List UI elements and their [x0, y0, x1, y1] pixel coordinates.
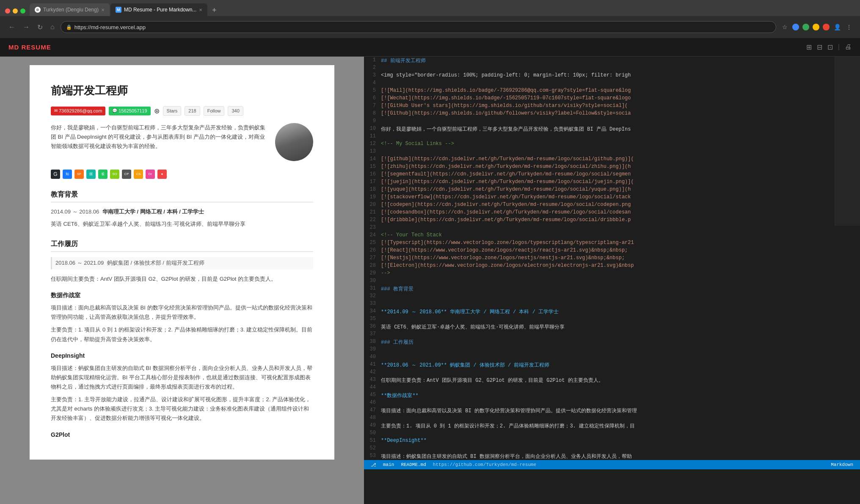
- forward-button[interactable]: →: [21, 22, 31, 33]
- badge-follow-count: 340: [228, 106, 243, 116]
- project1-desc1: 项目描述：面向总裁和高管以及决策 BI 的数字化经营决策和管理协同产品。提供一站…: [51, 303, 313, 322]
- layout-icon-2[interactable]: ⊟: [817, 43, 822, 51]
- work-desc: 任职期间主要负责：AntV 团队开源项目 G2、G2Plot 的研发，目前是 G…: [51, 274, 313, 284]
- back-button[interactable]: ←: [7, 22, 17, 33]
- line-number-24: 24: [364, 232, 381, 239]
- line-content-23: [381, 224, 860, 232]
- code-line-37: 37: [364, 331, 860, 338]
- education-title: 教育背景: [51, 189, 313, 203]
- project2-desc1: 项目描述：蚂蚁集团自主研发的自助式 BI 数据洞察分析平台，面向企业分析人员、业…: [51, 364, 313, 392]
- tab-github[interactable]: ⊛ Turkyden (Dengiu Deng) ✕: [30, 3, 110, 16]
- line-content-38: ### 工作履历: [381, 338, 860, 346]
- line-number-17: 17: [364, 178, 381, 186]
- status-file: README.md: [401, 462, 426, 467]
- social-segfault-icon[interactable]: SF: [74, 170, 84, 179]
- line-number-41: 41: [364, 361, 381, 369]
- line-number-19: 19: [364, 194, 381, 201]
- line-number-10: 10: [364, 125, 381, 133]
- badge-github-icon: ⊛: [154, 106, 160, 117]
- line-number-25: 25: [364, 239, 381, 247]
- line-content-8: [![Github](https://img.shields.io/github…: [381, 110, 860, 118]
- badge-row: ✉ 736929286@qq.com 💬 15625057119 ⊛ Stars…: [51, 106, 313, 117]
- work-company: 蚂蚁集团 / 体验技术部 / 前端开发工程师: [107, 260, 204, 266]
- home-button[interactable]: ⌂: [49, 22, 56, 33]
- extension-icon-3[interactable]: [813, 24, 819, 30]
- extension-icon-1[interactable]: [792, 24, 799, 30]
- status-language: Markdown: [831, 462, 853, 467]
- profile-icon[interactable]: 👤: [833, 23, 841, 31]
- maximize-button[interactable]: [20, 8, 25, 14]
- code-line-33: 33: [364, 300, 860, 308]
- line-number-22: 22: [364, 216, 381, 224]
- line-content-52: [381, 445, 860, 452]
- layout-icon-1[interactable]: ⊞: [806, 43, 812, 51]
- tab-close-md[interactable]: ✕: [199, 8, 202, 12]
- code-line-46: 46: [364, 399, 860, 407]
- reload-button[interactable]: ↻: [36, 22, 44, 33]
- bookmark-star-icon[interactable]: ☆: [780, 23, 789, 31]
- code-line-49: 49主要负责：1. 项目从 0 到 1 的框架设计和开发；2. 产品体验精雕细琢…: [364, 422, 860, 430]
- line-number-20: 20: [364, 201, 381, 209]
- profile-avatar: [275, 123, 313, 161]
- code-line-8: 8[![Github](https://img.shields.io/githu…: [364, 110, 860, 118]
- line-number-8: 8: [364, 110, 381, 118]
- social-stackoverflow-icon[interactable]: SO: [110, 170, 119, 179]
- code-lines: 1## 前端开发工程师23<img style="border-radius: …: [364, 57, 860, 460]
- line-content-53: 项目描述：蚂蚁集团自主研发的自助式 BI 数据洞察分析平台，面向企业分析人员、业…: [381, 452, 860, 460]
- code-line-5: 5[![Mail](https://img.shields.io/badge/-…: [364, 87, 860, 95]
- extension-icon-4[interactable]: [823, 24, 830, 30]
- social-juejin-icon[interactable]: 掘: [86, 170, 96, 179]
- social-codepen-icon[interactable]: CP: [122, 170, 131, 179]
- line-content-10: 你好，我是廖晓娟，一个自驱型前端工程师，三年多大型复杂产品开发经验，负责蚂蚁集团…: [381, 125, 860, 133]
- social-extra-icon[interactable]: ●: [157, 170, 167, 179]
- code-line-38: 38### 工作履历: [364, 338, 860, 346]
- code-line-42: 42: [364, 369, 860, 376]
- line-number-31: 31: [364, 285, 381, 293]
- resume-title: 前端开发工程师: [51, 82, 313, 100]
- line-number-36: 36: [364, 323, 381, 331]
- social-zhihu-icon[interactable]: 知: [63, 170, 72, 179]
- code-line-16: 16[![segmentfault](https://cdn.jsdelivr.…: [364, 171, 860, 178]
- tab-close-github[interactable]: ✕: [101, 8, 105, 12]
- layout-icon-3[interactable]: ⊡: [827, 43, 833, 51]
- line-number-45: 45: [364, 392, 381, 399]
- line-number-51: 51: [364, 437, 381, 445]
- skills-text: 英语 CET6、蚂蚁近卫军·卓越个人奖、前端练习生·可视化讲师、前端早早聊分享: [51, 220, 313, 229]
- print-icon[interactable]: 🖨: [845, 43, 852, 51]
- line-number-11: 11: [364, 133, 381, 140]
- lock-icon: 🔒: [66, 25, 72, 30]
- app-header: MD RESUME ⊞ ⊟ ⊡ | 🖨: [0, 38, 860, 57]
- code-line-25: 25[![Typescript](https://www.vectorlogo.…: [364, 239, 860, 247]
- code-line-20: 20[![codepen](https://cdn.jsdelivr.net/g…: [364, 201, 860, 209]
- line-content-31: ### 教育背景: [381, 285, 860, 293]
- mail-value: 736929286@qq.com: [59, 107, 102, 115]
- line-content-14: [![github](https://cdn.jsdelivr.net/gh/T…: [381, 156, 860, 163]
- line-content-24: <!-- Your Tech Stack: [381, 232, 860, 239]
- more-menu-icon[interactable]: ⋮: [845, 23, 853, 31]
- resume-card: 前端开发工程师 ✉ 736929286@qq.com 💬 15625057119…: [30, 65, 334, 460]
- edu-period-text: 2014.09 ～ 2018.06: [51, 208, 99, 215]
- avatar-img: [275, 123, 313, 161]
- work-period-row: 2018.06 ～ 2021.09 蚂蚁集团 / 体验技术部 / 前端开发工程师: [51, 257, 313, 269]
- line-number-1: 1: [364, 57, 381, 64]
- social-github-icon[interactable]: G: [51, 170, 60, 179]
- social-codesandbox-icon[interactable]: CS: [134, 170, 143, 179]
- code-line-22: 22[![dribbble](https://cdn.jsdelivr.net/…: [364, 216, 860, 224]
- line-number-32: 32: [364, 293, 381, 300]
- code-line-21: 21[![codesandbox](https://cdn.jsdelivr.n…: [364, 209, 860, 216]
- line-number-28: 28: [364, 262, 381, 270]
- code-line-11: 11: [364, 133, 860, 140]
- line-content-16: [![segmentfault](https://cdn.jsdelivr.ne…: [381, 171, 860, 178]
- social-yuque-icon[interactable]: 雀: [98, 170, 108, 179]
- badge-follow[interactable]: Follow: [204, 106, 225, 116]
- social-dribbble-icon[interactable]: Dr: [146, 170, 155, 179]
- line-number-48: 48: [364, 414, 381, 422]
- extension-icon-2[interactable]: [802, 24, 809, 30]
- minimize-button[interactable]: [13, 8, 18, 14]
- address-input[interactable]: 🔒 https://md-resume.vercel.app: [61, 21, 776, 33]
- close-button[interactable]: [5, 8, 10, 14]
- new-tab-button[interactable]: +: [208, 4, 220, 16]
- line-number-6: 6: [364, 95, 381, 102]
- tab-mdresume[interactable]: M MD Resume - Pure Markdown... ✕: [110, 3, 207, 16]
- address-url: https://md-resume.vercel.app: [74, 24, 146, 30]
